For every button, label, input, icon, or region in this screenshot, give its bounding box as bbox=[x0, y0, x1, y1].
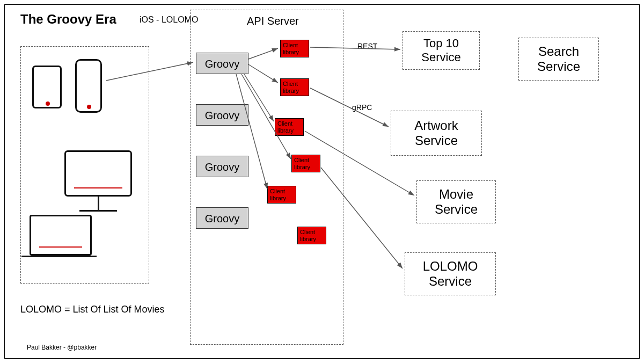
credit: Paul Bakker - @pbakker bbox=[27, 344, 97, 351]
client-lib-3: Clientlibrary bbox=[275, 118, 304, 136]
phone-icon bbox=[75, 59, 102, 113]
protocol-grpc: gRPC bbox=[352, 103, 372, 112]
search-service: SearchService bbox=[518, 38, 599, 81]
client-lib-2: Clientlibrary bbox=[280, 78, 309, 96]
client-lib-4: Clientlibrary bbox=[291, 155, 320, 172]
client-lib-5: Clientlibrary bbox=[267, 186, 296, 204]
tablet-icon bbox=[32, 66, 62, 108]
groovy-box-1: Groovy bbox=[196, 53, 248, 74]
monitor-icon bbox=[64, 150, 132, 212]
client-lib-1: Clientlibrary bbox=[280, 40, 309, 57]
api-server-label: API Server bbox=[247, 15, 299, 27]
client-lib-6: Clientlibrary bbox=[297, 227, 326, 244]
lolomo-service: LOLOMOService bbox=[405, 252, 496, 295]
movie-service: MovieService bbox=[416, 180, 496, 223]
groovy-box-2: Groovy bbox=[196, 104, 248, 126]
groovy-box-3: Groovy bbox=[196, 156, 248, 177]
artwork-service: ArtworkService bbox=[391, 111, 482, 156]
laptop-icon bbox=[30, 215, 97, 257]
footnote: LOLOMO = List Of List Of Movies bbox=[20, 304, 165, 315]
slide-title: The Groovy Era bbox=[20, 12, 116, 27]
protocol-rest: REST bbox=[357, 42, 377, 50]
groovy-box-4: Groovy bbox=[196, 207, 248, 229]
slide-subtitle: iOS - LOLOMO bbox=[140, 15, 198, 25]
top10-service: Top 10Service bbox=[402, 31, 480, 70]
